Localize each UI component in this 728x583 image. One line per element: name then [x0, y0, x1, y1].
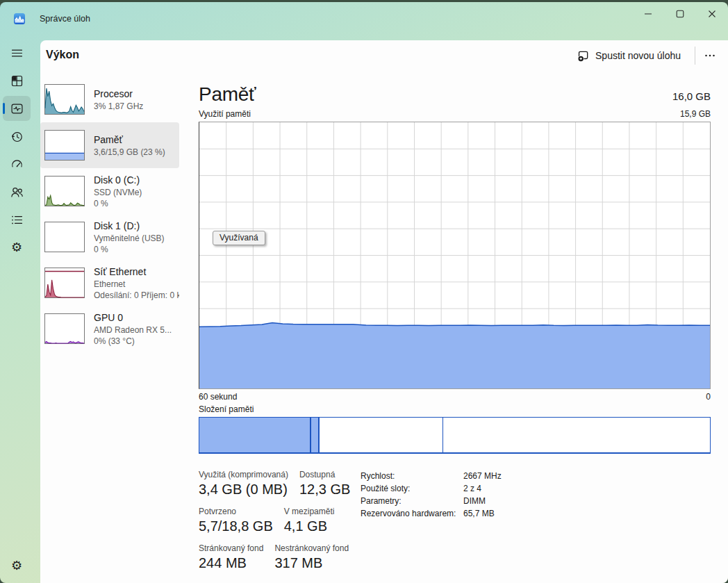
stat-label: Nestránkovaný fond: [274, 543, 349, 553]
x-axis-left-label: 60 sekund: [199, 392, 237, 402]
memory-stats: Využitá (komprimovaná)3,4 GB (0 MB)Dostu…: [199, 470, 350, 580]
performance-device-list: Procesor3% 1,87 GHzPaměť3,6/15,9 GB (23 …: [40, 76, 181, 352]
memory-usage-max: 15,9 GB: [680, 109, 711, 119]
stat-label: Využitá (komprimovaná): [199, 470, 288, 479]
composition-segment-in-use: [199, 418, 310, 452]
disk0-name: Disk 0 (C:): [94, 174, 142, 187]
gpu-thumbnail-chart: [44, 313, 85, 344]
detail-label: Rezervováno hardwarem:: [361, 509, 463, 518]
rail-item-app-history[interactable]: [3, 124, 31, 149]
window-controls: [632, 2, 728, 26]
rail-item-startup-apps[interactable]: [3, 151, 31, 176]
rail-item-menu[interactable]: [3, 40, 31, 65]
memory-title: Paměť: [199, 83, 256, 106]
gpu-labels: GPU 0AMD Radeon RX 5...0% (33 °C): [94, 311, 172, 347]
disk1-subline-0: Vyměnitelné (USB): [94, 233, 165, 244]
detail-value: 2 z 4: [463, 484, 481, 493]
page-title: Výkon: [46, 49, 79, 61]
cpu-subline-0: 3% 1,87 GHz: [94, 101, 143, 112]
detail-parametry: Parametry:DIMM: [361, 495, 502, 507]
stat-str-nkovan-fond: Stránkovaný fond244 MB: [199, 543, 263, 571]
stats-row-2: Stránkovaný fond244 MBNestránkovaný fond…: [199, 543, 350, 571]
minimize-button[interactable]: [632, 2, 664, 26]
stat-value: 12,3 GB: [299, 482, 350, 498]
menu-icon: [10, 46, 24, 60]
disk1-thumbnail-chart: [44, 222, 85, 252]
rail-item-services[interactable]: ⚙: [3, 235, 31, 260]
x-axis-right-label: 0: [706, 392, 711, 402]
memory-usage-chart: Využívaná: [199, 122, 711, 389]
net-name: Síť Ethernet: [94, 265, 179, 279]
detail-pou-it-sloty: Použité sloty:2 z 4: [361, 482, 502, 495]
settings-gear-icon: ⚙: [11, 559, 22, 572]
stat-vyu-it-komprimovan-: Využitá (komprimovaná)3,4 GB (0 MB): [199, 470, 288, 498]
processes-icon: [10, 74, 24, 88]
detail-rychlost: Rychlost:2667 MHz: [361, 470, 502, 482]
stats-row-1: Potvrzeno5,7/18,8 GBV mezipaměti4,1 GB: [199, 507, 350, 534]
stat-value: 3,4 GB (0 MB): [199, 482, 288, 498]
performance-icon: [10, 101, 24, 116]
memory-name: Paměť: [94, 133, 165, 147]
memory-usage-label: Využití paměti: [199, 109, 251, 119]
content-panel: Výkon Spustit novou úlohu Procesor3% 1,8…: [40, 40, 728, 583]
cpu-name: Procesor: [94, 88, 143, 101]
memory-composition-bar: [199, 417, 711, 454]
window-title: Správce úloh: [40, 14, 90, 24]
disk1-labels: Disk 1 (D:)Vyměnitelné (USB)0 %: [94, 220, 165, 255]
stats-row-0: Využitá (komprimovaná)3,4 GB (0 MB)Dostu…: [199, 470, 350, 498]
sidebar-item-gpu[interactable]: GPU 0AMD Radeon RX 5...0% (33 °C): [40, 306, 179, 352]
navigation-rail: ⚙⚙: [0, 40, 40, 583]
net-thumbnail-chart: [44, 268, 85, 298]
startup-apps-icon: [10, 157, 24, 172]
rail-item-users[interactable]: [3, 179, 31, 204]
cpu-labels: Procesor3% 1,87 GHz: [94, 88, 143, 112]
stat-value: 317 MB: [274, 555, 349, 571]
gpu-name: GPU 0: [94, 311, 172, 325]
gpu-subline-1: 0% (33 °C): [94, 336, 172, 347]
detail-value: DIMM: [463, 496, 486, 506]
disk0-subline-1: 0 %: [94, 198, 142, 209]
stat-nestr-nkovan-fond: Nestránkovaný fond317 MB: [274, 543, 349, 571]
detail-rezervov-no-hardwarem: Rezervováno hardwarem:65,7 MB: [361, 507, 502, 520]
memory-labels: Paměť3,6/15,9 GB (23 %): [94, 133, 165, 158]
detail-label: Parametry:: [361, 496, 463, 506]
disk1-subline-1: 0 %: [94, 244, 165, 255]
task-manager-window: Správce úloh ⚙⚙ Výkon S: [0, 2, 728, 583]
rail-item-settings[interactable]: ⚙: [3, 553, 31, 578]
net-subline-1: Odesílání: 0 Příjem: 0 kb: [94, 290, 179, 301]
sidebar-item-cpu[interactable]: Procesor3% 1,87 GHz: [40, 76, 179, 122]
task-manager-app-icon: [14, 13, 25, 24]
stat-label: V mezipaměti: [284, 507, 335, 516]
net-subline-0: Ethernet: [94, 279, 179, 290]
services-gear-icon: ⚙: [11, 241, 22, 254]
minimize-icon: [644, 10, 652, 18]
stat-value: 5,7/18,8 GB: [199, 518, 273, 534]
detail-label: Rychlost:: [361, 471, 463, 481]
composition-segment-free: [443, 418, 710, 452]
stat-dostupn-: Dostupná12,3 GB: [299, 470, 350, 498]
stat-value: 244 MB: [199, 555, 263, 571]
net-labels: Síť EthernetEthernetOdesílání: 0 Příjem:…: [94, 265, 179, 301]
stat-label: Dostupná: [299, 470, 350, 479]
maximize-button[interactable]: [664, 2, 696, 26]
sidebar-item-disk0[interactable]: Disk 0 (C:)SSD (NVMe)0 %: [40, 168, 179, 214]
rail-item-processes[interactable]: [3, 68, 31, 93]
close-button[interactable]: [696, 2, 728, 26]
stat-label: Stránkovaný fond: [199, 543, 263, 553]
memory-usage-chart-canvas: [199, 122, 710, 388]
titlebar: Správce úloh: [0, 2, 728, 40]
memory-composition-label: Složení paměti: [199, 404, 254, 414]
sidebar-item-memory[interactable]: Paměť3,6/15,9 GB (23 %): [40, 122, 179, 168]
rail-item-details[interactable]: [3, 207, 31, 232]
rail-item-performance[interactable]: [3, 96, 31, 121]
memory-subline-0: 3,6/15,9 GB (23 %): [94, 147, 165, 158]
disk1-name: Disk 1 (D:): [94, 220, 165, 233]
stat-v-mezipam-ti: V mezipaměti4,1 GB: [284, 507, 335, 534]
sidebar-item-net[interactable]: Síť EthernetEthernetOdesílání: 0 Příjem:…: [40, 260, 179, 306]
composition-segment-modified: [310, 418, 319, 452]
stat-potvrzeno: Potvrzeno5,7/18,8 GB: [199, 507, 273, 534]
disk0-thumbnail-chart: [44, 176, 85, 206]
detail-label: Použité sloty:: [361, 484, 463, 493]
chart-tooltip: Využívaná: [213, 231, 265, 245]
sidebar-item-disk1[interactable]: Disk 1 (D:)Vyměnitelné (USB)0 %: [40, 214, 179, 260]
